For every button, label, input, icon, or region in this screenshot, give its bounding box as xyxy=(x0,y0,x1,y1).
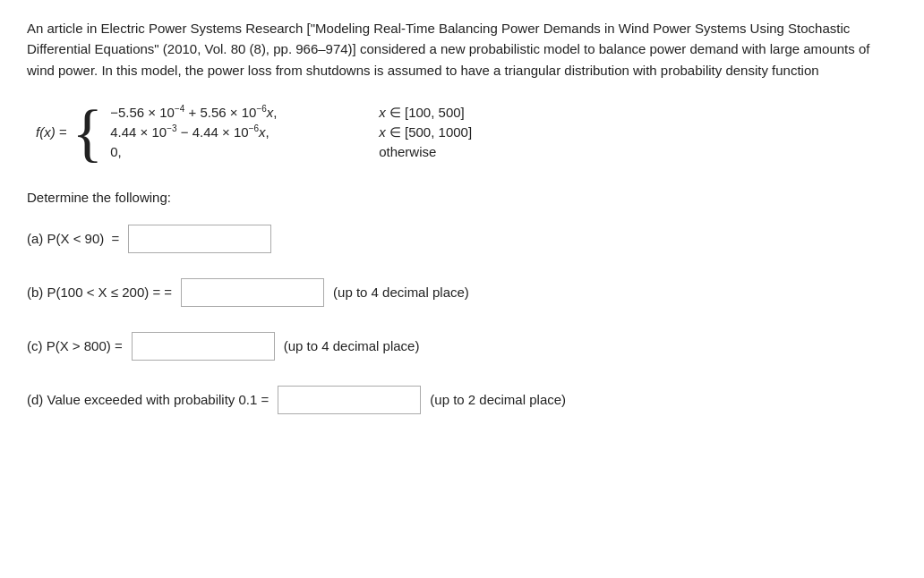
case-formula-1: −5.56 × 10−4 + 5.56 × 10−6x, xyxy=(110,105,352,120)
case-row-2: 4.44 × 10−3 − 4.44 × 10−6x, x ∈ [500, 10… xyxy=(110,124,472,140)
question-c-input[interactable] xyxy=(132,332,275,361)
intro-paragraph: An article in Electric Power Systems Res… xyxy=(27,18,897,81)
question-c-row: (c) P(X > 800) = (up to 4 decimal place) xyxy=(27,332,897,361)
question-d-row: (d) Value exceeded with probability 0.1 … xyxy=(27,386,897,414)
question-c-label: (c) P(X > 800) = xyxy=(27,338,123,353)
question-b-row: (b) P(100 < X ≤ 200) = = (up to 4 decima… xyxy=(27,278,897,307)
case-formula-3: 0, xyxy=(110,144,352,159)
piecewise-function: f(x) = { −5.56 × 10−4 + 5.56 × 10−6x, x … xyxy=(36,100,897,165)
question-b-hint: (up to 4 decimal place) xyxy=(333,285,469,300)
case-row-3: 0, otherwise xyxy=(110,144,472,159)
case-condition-3: otherwise xyxy=(379,144,436,159)
fx-label: f(x) = xyxy=(36,124,67,140)
case-formula-2: 4.44 × 10−3 − 4.44 × 10−6x, xyxy=(110,124,352,140)
question-a-label: (a) P(X < 90) = xyxy=(27,231,119,246)
question-d-input[interactable] xyxy=(278,386,421,414)
case-condition-2: x ∈ [500, 1000] xyxy=(379,124,472,140)
question-d-hint: (up to 2 decimal place) xyxy=(430,392,566,407)
cases-table: −5.56 × 10−4 + 5.56 × 10−6x, x ∈ [100, 5… xyxy=(110,105,472,159)
question-d-label: (d) Value exceeded with probability 0.1 … xyxy=(27,392,269,407)
question-b-input[interactable] xyxy=(181,278,324,307)
case-condition-1: x ∈ [100, 500] xyxy=(379,105,465,121)
determine-label: Determine the following: xyxy=(27,190,897,205)
question-c-hint: (up to 4 decimal place) xyxy=(284,338,420,353)
case-row-1: −5.56 × 10−4 + 5.56 × 10−6x, x ∈ [100, 5… xyxy=(110,105,472,121)
question-a-row: (a) P(X < 90) = xyxy=(27,225,897,253)
left-brace: { xyxy=(73,100,104,165)
question-a-input[interactable] xyxy=(128,225,271,253)
question-b-label: (b) P(100 < X ≤ 200) = = xyxy=(27,285,172,300)
